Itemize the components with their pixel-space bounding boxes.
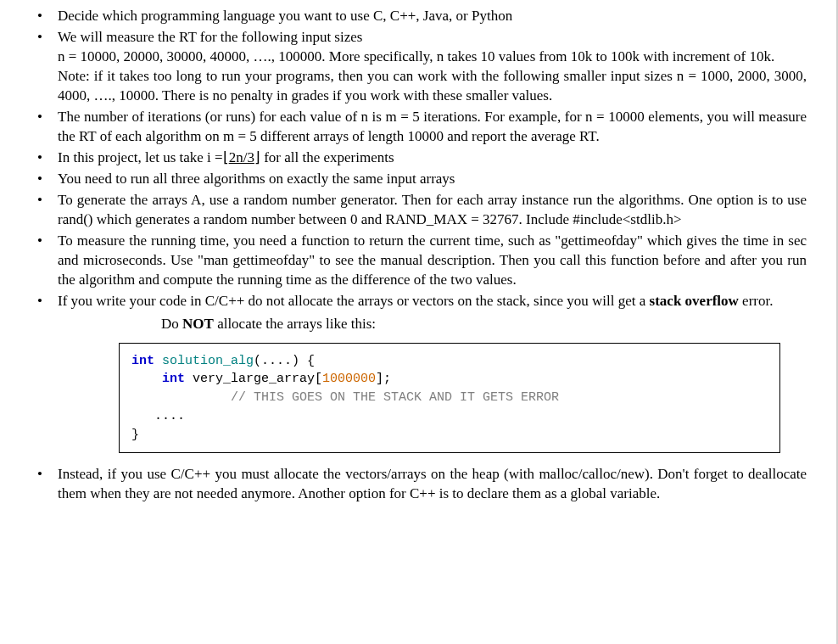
bold-text: NOT <box>182 316 214 332</box>
bullet-text: In this project, let us take i = <box>58 149 223 165</box>
comment: // THIS GOES ON THE STACK AND IT GETS ER… <box>231 390 559 405</box>
bold-text: stack overflow <box>650 293 739 309</box>
code-text: ]; <box>376 372 391 386</box>
bullet-text: n = 10000, 20000, 30000, 40000, …., 1000… <box>58 48 774 64</box>
keyword: int <box>131 354 154 368</box>
text: Do <box>161 316 182 332</box>
bullet-list: Instead, if you use C/C++ you must alloc… <box>17 465 807 504</box>
bullet-text: We will measure the RT for the following… <box>58 29 362 45</box>
bullet-item: In this project, let us take i =⌊2n/3⌋ f… <box>34 148 807 169</box>
do-not-line: Do NOT allocate the arrays like this: <box>161 315 807 334</box>
bullet-text: You need to run all three algorithms on … <box>58 171 455 187</box>
code-text: } <box>131 428 139 442</box>
code-text: .... <box>154 409 185 423</box>
bullet-text: error. <box>739 293 774 309</box>
number-literal: 1000000 <box>322 372 376 386</box>
bullet-item: You need to run all three algorithms on … <box>34 170 807 189</box>
code-text: very_large_array[ <box>185 372 322 386</box>
bullet-text: To generate the arrays A, use a random n… <box>58 192 807 227</box>
bullet-text: Decide which programming language you wa… <box>58 8 512 24</box>
bullet-note: Note: if it takes too long to run your p… <box>58 67 807 106</box>
function-name: solution_alg <box>162 354 254 368</box>
bullet-item: We will measure the RT for the following… <box>34 28 807 106</box>
bullet-item: To measure the running time, you need a … <box>34 232 807 290</box>
bullet-item: Decide which programming language you wa… <box>34 7 807 26</box>
text: allocate the arrays like this: <box>214 316 376 332</box>
code-text: (....) { <box>254 354 315 368</box>
bullet-text: for all the experiments <box>260 149 394 165</box>
bullet-text: The number of iterations (or runs) for e… <box>58 109 807 144</box>
bullet-item: Instead, if you use C/C++ you must alloc… <box>34 465 807 504</box>
bullet-text: If you write your code in C/C++ do not a… <box>58 293 650 309</box>
bullet-item: The number of iterations (or runs) for e… <box>34 108 807 147</box>
bullet-item: To generate the arrays A, use a random n… <box>34 191 807 230</box>
code-block: int solution_alg(....) { int very_large_… <box>119 343 780 454</box>
bullet-text: To measure the running time, you need a … <box>58 232 807 288</box>
bullet-text: Instead, if you use C/C++ you must alloc… <box>58 466 807 501</box>
keyword: int <box>162 372 185 386</box>
floor-expr: 2n/3 <box>229 149 254 165</box>
bullet-list: Decide which programming language you wa… <box>17 7 807 311</box>
bullet-item: If you write your code in C/C++ do not a… <box>34 292 807 311</box>
